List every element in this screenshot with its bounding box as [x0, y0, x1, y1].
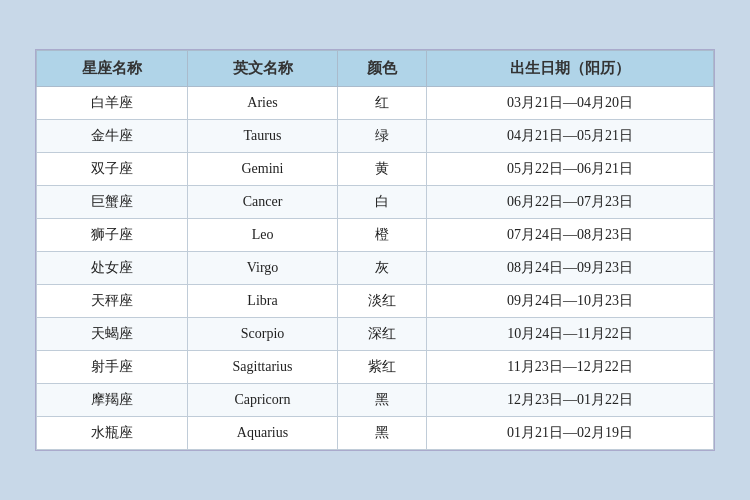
table-row: 处女座Virgo灰08月24日—09月23日	[37, 252, 714, 285]
table-cell-1-0: 金牛座	[37, 120, 188, 153]
table-cell-2-2: 黄	[338, 153, 427, 186]
table-cell-8-0: 射手座	[37, 351, 188, 384]
table-cell-9-3: 12月23日—01月22日	[427, 384, 714, 417]
table-cell-10-1: Aquarius	[187, 417, 338, 450]
table-header-1: 英文名称	[187, 51, 338, 87]
table-cell-5-2: 灰	[338, 252, 427, 285]
table-cell-7-1: Scorpio	[187, 318, 338, 351]
table-cell-1-3: 04月21日—05月21日	[427, 120, 714, 153]
zodiac-table-container: 星座名称英文名称颜色出生日期（阳历） 白羊座Aries红03月21日—04月20…	[35, 49, 715, 451]
table-row: 水瓶座Aquarius黑01月21日—02月19日	[37, 417, 714, 450]
table-body: 白羊座Aries红03月21日—04月20日金牛座Taurus绿04月21日—0…	[37, 87, 714, 450]
table-cell-0-1: Aries	[187, 87, 338, 120]
table-cell-4-1: Leo	[187, 219, 338, 252]
table-cell-6-3: 09月24日—10月23日	[427, 285, 714, 318]
table-cell-1-1: Taurus	[187, 120, 338, 153]
table-row: 双子座Gemini黄05月22日—06月21日	[37, 153, 714, 186]
table-cell-6-0: 天秤座	[37, 285, 188, 318]
table-cell-10-2: 黑	[338, 417, 427, 450]
table-cell-3-1: Cancer	[187, 186, 338, 219]
table-cell-2-1: Gemini	[187, 153, 338, 186]
table-cell-7-2: 深红	[338, 318, 427, 351]
table-cell-3-0: 巨蟹座	[37, 186, 188, 219]
table-cell-7-0: 天蝎座	[37, 318, 188, 351]
table-cell-1-2: 绿	[338, 120, 427, 153]
table-row: 天蝎座Scorpio深红10月24日—11月22日	[37, 318, 714, 351]
table-cell-3-2: 白	[338, 186, 427, 219]
table-row: 巨蟹座Cancer白06月22日—07月23日	[37, 186, 714, 219]
table-row: 摩羯座Capricorn黑12月23日—01月22日	[37, 384, 714, 417]
table-cell-5-1: Virgo	[187, 252, 338, 285]
table-cell-6-1: Libra	[187, 285, 338, 318]
table-row: 狮子座Leo橙07月24日—08月23日	[37, 219, 714, 252]
table-cell-4-2: 橙	[338, 219, 427, 252]
table-cell-0-0: 白羊座	[37, 87, 188, 120]
table-header-2: 颜色	[338, 51, 427, 87]
zodiac-table: 星座名称英文名称颜色出生日期（阳历） 白羊座Aries红03月21日—04月20…	[36, 50, 714, 450]
table-header-row: 星座名称英文名称颜色出生日期（阳历）	[37, 51, 714, 87]
table-header-3: 出生日期（阳历）	[427, 51, 714, 87]
table-cell-9-2: 黑	[338, 384, 427, 417]
table-cell-8-1: Sagittarius	[187, 351, 338, 384]
table-cell-5-0: 处女座	[37, 252, 188, 285]
table-cell-8-2: 紫红	[338, 351, 427, 384]
table-cell-5-3: 08月24日—09月23日	[427, 252, 714, 285]
table-row: 射手座Sagittarius紫红11月23日—12月22日	[37, 351, 714, 384]
table-cell-2-3: 05月22日—06月21日	[427, 153, 714, 186]
table-cell-6-2: 淡红	[338, 285, 427, 318]
table-cell-10-3: 01月21日—02月19日	[427, 417, 714, 450]
table-cell-4-3: 07月24日—08月23日	[427, 219, 714, 252]
table-row: 白羊座Aries红03月21日—04月20日	[37, 87, 714, 120]
table-cell-3-3: 06月22日—07月23日	[427, 186, 714, 219]
table-cell-10-0: 水瓶座	[37, 417, 188, 450]
table-row: 天秤座Libra淡红09月24日—10月23日	[37, 285, 714, 318]
table-cell-0-3: 03月21日—04月20日	[427, 87, 714, 120]
table-cell-4-0: 狮子座	[37, 219, 188, 252]
table-cell-2-0: 双子座	[37, 153, 188, 186]
table-cell-0-2: 红	[338, 87, 427, 120]
table-cell-8-3: 11月23日—12月22日	[427, 351, 714, 384]
table-cell-9-1: Capricorn	[187, 384, 338, 417]
table-row: 金牛座Taurus绿04月21日—05月21日	[37, 120, 714, 153]
table-header-0: 星座名称	[37, 51, 188, 87]
table-cell-9-0: 摩羯座	[37, 384, 188, 417]
table-cell-7-3: 10月24日—11月22日	[427, 318, 714, 351]
